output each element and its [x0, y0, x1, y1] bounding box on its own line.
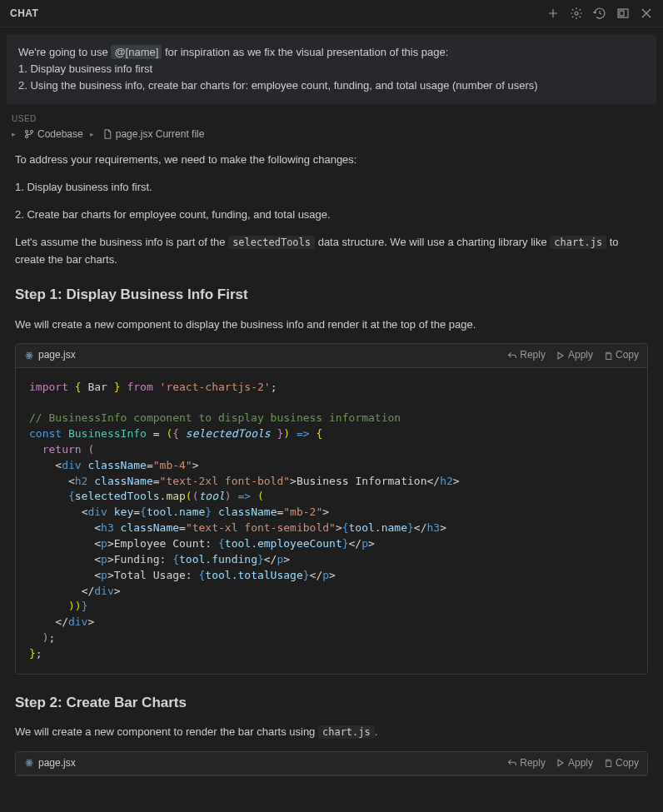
code-header: page.jsx Reply Apply Copy — [16, 344, 647, 367]
response-intro: To address your requirements, we need to… — [15, 152, 648, 169]
svg-point-0 — [575, 12, 578, 15]
text: data structure. We will use a charting l… — [315, 236, 550, 248]
response-item: 1. Display business info first. — [15, 179, 648, 197]
code-block: page.jsx Reply Apply Copy — [15, 751, 648, 776]
inline-code: chart.js — [318, 725, 375, 739]
inline-code: chart.js — [550, 236, 606, 249]
action-label: Reply — [520, 347, 546, 363]
text: Let's assume the business info is part o… — [15, 236, 228, 248]
header-actions — [546, 7, 653, 20]
code-file[interactable]: page.jsx — [24, 755, 76, 771]
svg-rect-15 — [606, 761, 611, 767]
copy-button[interactable]: Copy — [603, 347, 639, 363]
svg-point-11 — [28, 762, 30, 764]
step-text: We will create a new component to displa… — [15, 316, 648, 334]
assistant-response: To address your requirements, we need to… — [7, 152, 656, 776]
used-section: USED ▸ Codebase ▸ page.jsx Current file — [7, 114, 656, 140]
svg-rect-2 — [620, 11, 624, 16]
step-heading: Step 1: Display Business Info First — [15, 283, 648, 306]
chat-title: CHAT — [10, 7, 38, 19]
inline-code: selectedTools — [228, 236, 315, 249]
used-item-text: page.jsx Current file — [116, 128, 205, 140]
user-msg-text: We're going to use — [18, 46, 111, 58]
svg-rect-10 — [606, 354, 611, 360]
apply-button[interactable]: Apply — [556, 347, 593, 363]
dock-icon[interactable] — [616, 7, 630, 20]
react-file-icon — [24, 351, 34, 361]
branch-icon — [24, 129, 34, 139]
code-filename: page.jsx — [38, 347, 76, 363]
user-msg-line3: 2. Using the business info, create bar c… — [18, 79, 538, 92]
apply-button[interactable]: Apply — [556, 755, 593, 771]
chevron-right-icon[interactable]: ▸ — [90, 130, 94, 138]
reply-button[interactable]: Reply — [507, 347, 546, 363]
action-label: Reply — [520, 755, 546, 771]
chat-header: CHAT — [0, 0, 663, 27]
action-label: Apply — [568, 347, 593, 363]
action-label: Copy — [616, 347, 639, 363]
used-label: USED — [12, 114, 651, 123]
svg-point-6 — [28, 355, 30, 356]
mention-pill[interactable]: @[name] — [111, 45, 162, 59]
action-label: Apply — [568, 755, 593, 771]
reply-button[interactable]: Reply — [507, 755, 546, 771]
svg-point-3 — [26, 131, 28, 133]
used-item-codebase[interactable]: Codebase — [24, 128, 83, 140]
new-chat-icon[interactable] — [546, 7, 560, 20]
used-item-file[interactable]: page.jsx Current file — [102, 128, 205, 140]
action-label: Copy — [616, 755, 639, 771]
code-header: page.jsx Reply Apply Copy — [16, 752, 647, 775]
code-file[interactable]: page.jsx — [24, 347, 76, 363]
history-icon[interactable] — [593, 7, 606, 20]
code-filename: page.jsx — [38, 755, 76, 771]
user-message: We're going to use @[name] for inspirati… — [7, 34, 656, 104]
chevron-right-icon[interactable]: ▸ — [12, 130, 16, 138]
react-file-icon — [24, 758, 34, 768]
code-block: page.jsx Reply Apply Copy — [15, 343, 648, 674]
svg-point-5 — [31, 131, 33, 133]
user-msg-line2: 1. Display business info first — [18, 62, 152, 75]
user-msg-suffix: for inspiration as we fix the visual pre… — [162, 46, 448, 58]
text: We will create a new component to render… — [15, 725, 318, 738]
response-assume: Let's assume the business info is part o… — [15, 234, 648, 269]
file-icon — [102, 129, 112, 139]
response-item: 2. Create bar charts for employee count,… — [15, 207, 648, 224]
copy-button[interactable]: Copy — [603, 755, 639, 771]
close-icon[interactable] — [640, 7, 653, 20]
used-item-text: Codebase — [37, 128, 83, 140]
step-text: We will create a new component to render… — [15, 724, 648, 741]
code-body[interactable]: import { Bar } from 'react-chartjs-2'; /… — [16, 368, 647, 674]
gear-icon[interactable] — [570, 7, 583, 20]
step-heading: Step 2: Create Bar Charts — [15, 691, 648, 714]
text: . — [375, 725, 378, 738]
svg-point-4 — [26, 136, 28, 138]
